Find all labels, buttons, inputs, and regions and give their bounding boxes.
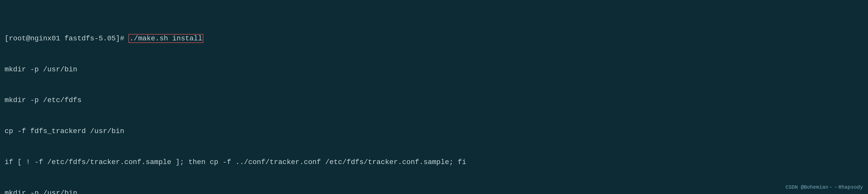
- watermark: CSDN @Bohemian－－Rhapsody: [785, 184, 863, 191]
- terminal-line-6: mkdir -p /usr/bin: [5, 188, 863, 194]
- terminal-line-5: if [ ! -f /etc/fdfs/tracker.conf.sample …: [5, 157, 863, 167]
- terminal-line-2: mkdir -p /usr/bin: [5, 65, 863, 75]
- terminal-line-3: mkdir -p /etc/fdfs: [5, 95, 863, 106]
- terminal-line-1: [root@nginx01 fastdfs-5.05]# ./make.sh i…: [5, 34, 863, 44]
- prompt-1: [root@nginx01 fastdfs-5.05]#: [5, 35, 128, 42]
- terminal-line-4: cp -f fdfs_trackerd /usr/bin: [5, 126, 863, 137]
- terminal-window: [root@nginx01 fastdfs-5.05]# ./make.sh i…: [0, 0, 868, 194]
- command-highlight: ./make.sh install: [128, 34, 203, 43]
